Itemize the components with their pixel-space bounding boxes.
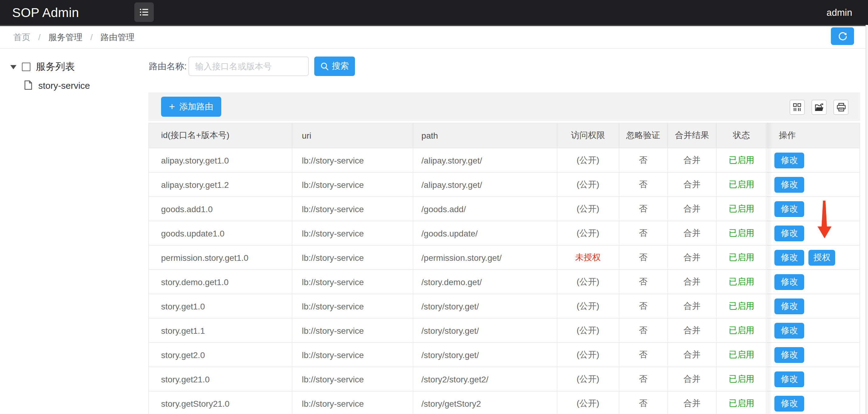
table-row: story.get1.1lb://story-service/story/sto… [149, 319, 860, 343]
table-row: alipay.story.get1.0lb://story-service/al… [149, 148, 860, 173]
cell-id: alipay.story.get1.2 [149, 173, 292, 196]
modify-button[interactable]: 修改 [775, 152, 804, 168]
cell-status: 已启用 [717, 319, 767, 342]
cell-ignore-auth: 否 [619, 221, 668, 245]
cell-uri: lb://story-service [292, 343, 413, 366]
print-button[interactable] [833, 100, 848, 115]
column-header-actions: 操作 [767, 123, 860, 148]
cell-status: 已启用 [717, 221, 767, 245]
tree-node-label[interactable]: 服务列表 [36, 60, 75, 73]
modify-button[interactable]: 修改 [775, 347, 804, 363]
route-table-panel: + 添加路由 [148, 92, 860, 414]
cell-merge-result: 合并 [668, 148, 717, 172]
cell-merge-result: 合并 [668, 391, 717, 414]
cell-uri: lb://story-service [292, 270, 413, 294]
cell-ignore-auth: 否 [619, 148, 668, 172]
table-toolbar: + 添加路由 [148, 92, 860, 121]
breadcrumb-separator: / [90, 32, 93, 42]
cell-path: /goods.add/ [414, 197, 557, 221]
tree-expand-caret-icon[interactable] [10, 65, 17, 69]
cell-status: 已启用 [717, 367, 767, 391]
cell-status: 已启用 [717, 246, 767, 269]
cell-merge-result: 合并 [668, 270, 717, 294]
breadcrumb: 首页 / 服务管理 / 路由管理 [13, 26, 135, 48]
table-row: permission.story.get1.0lb://story-servic… [149, 246, 860, 270]
cell-merge-result: 合并 [668, 173, 717, 196]
modify-button[interactable]: 修改 [775, 395, 804, 411]
refresh-button[interactable] [831, 27, 854, 45]
modify-button[interactable]: 修改 [775, 323, 804, 338]
cell-actions: 修改 [767, 173, 860, 196]
export-button[interactable] [811, 100, 827, 115]
tree-node-label[interactable]: story-service [38, 80, 90, 90]
cell-ignore-auth: 否 [619, 270, 668, 294]
sidebar-item-service-list[interactable]: 服务列表 [10, 61, 75, 73]
column-header-merge-result: 合并结果 [668, 123, 717, 148]
cell-ignore-auth: 否 [619, 173, 668, 196]
cell-permission: (公开) [557, 343, 619, 366]
cell-id: story.get2.0 [149, 343, 292, 366]
cell-permission: (公开) [557, 294, 619, 318]
top-navbar: SOP Admin admin [0, 0, 868, 26]
search-icon [320, 62, 329, 70]
cell-path: /alipay.story.get/ [414, 173, 557, 196]
sidebar-toggle-button[interactable] [134, 2, 154, 22]
sidebar-item-story-service[interactable]: story-service [24, 79, 90, 91]
cell-uri: lb://story-service [292, 148, 413, 172]
add-route-button[interactable]: + 添加路由 [161, 97, 221, 117]
cell-uri: lb://story-service [292, 294, 413, 318]
cell-uri: lb://story-service [292, 221, 413, 245]
columns-icon [793, 103, 802, 112]
cell-actions: 修改 [767, 197, 860, 221]
cell-merge-result: 合并 [668, 319, 717, 342]
add-route-label: 添加路由 [179, 101, 213, 112]
cell-merge-result: 合并 [668, 367, 717, 391]
cell-permission: (公开) [557, 221, 619, 245]
cell-merge-result: 合并 [668, 294, 717, 318]
cell-ignore-auth: 否 [619, 294, 668, 318]
breadcrumb-home[interactable]: 首页 [13, 32, 30, 42]
cell-merge-result: 合并 [668, 246, 717, 269]
cell-id: story.get1.1 [149, 319, 292, 342]
app-title: SOP Admin [12, 0, 79, 25]
cell-actions: 修改 [767, 391, 860, 414]
modify-button[interactable]: 修改 [775, 225, 804, 241]
cell-ignore-auth: 否 [619, 367, 668, 391]
modify-button[interactable]: 修改 [775, 298, 804, 314]
authorize-button[interactable]: 授权 [809, 249, 835, 265]
cell-path: /story2/story.get2/ [414, 367, 557, 391]
cell-id: story.getStory21.0 [149, 391, 292, 414]
column-header-path: path [414, 123, 557, 148]
modify-button[interactable]: 修改 [775, 371, 804, 387]
menu-list-icon [138, 7, 150, 18]
table-header-row: id(接口名+版本号) uri path 访问权限 忽略验证 合并结果 状态 操… [149, 123, 860, 148]
cell-actions: 修改 [767, 319, 860, 342]
route-name-input[interactable] [188, 57, 309, 76]
route-name-label: 路由名称: [149, 57, 187, 76]
scrollbar-track[interactable] [866, 25, 868, 414]
cell-actions: 修改 [767, 294, 860, 318]
cell-permission: (公开) [557, 391, 619, 414]
cell-uri: lb://story-service [292, 173, 413, 196]
cell-status: 已启用 [717, 391, 767, 414]
breadcrumb-service-mgmt[interactable]: 服务管理 [48, 32, 82, 42]
breadcrumb-separator: / [38, 32, 41, 42]
cell-ignore-auth: 否 [619, 197, 668, 221]
column-header-ignore-auth: 忽略验证 [619, 123, 668, 148]
cell-id: permission.story.get1.0 [149, 246, 292, 269]
search-button[interactable]: 搜索 [314, 57, 355, 76]
column-settings-button[interactable] [789, 100, 805, 115]
modify-button[interactable]: 修改 [775, 201, 804, 217]
cell-ignore-auth: 否 [619, 391, 668, 414]
cell-merge-result: 合并 [668, 343, 717, 366]
column-header-id: id(接口名+版本号) [149, 123, 292, 148]
cell-status: 已启用 [717, 173, 767, 196]
modify-button[interactable]: 修改 [775, 249, 804, 265]
modify-button[interactable]: 修改 [775, 274, 804, 290]
export-icon [814, 103, 824, 112]
breadcrumb-route-mgmt[interactable]: 路由管理 [101, 32, 135, 42]
cell-path: /story/story.get/ [414, 294, 557, 318]
modify-button[interactable]: 修改 [775, 177, 804, 193]
current-user[interactable]: admin [827, 0, 852, 25]
cell-id: story.demo.get1.0 [149, 270, 292, 294]
